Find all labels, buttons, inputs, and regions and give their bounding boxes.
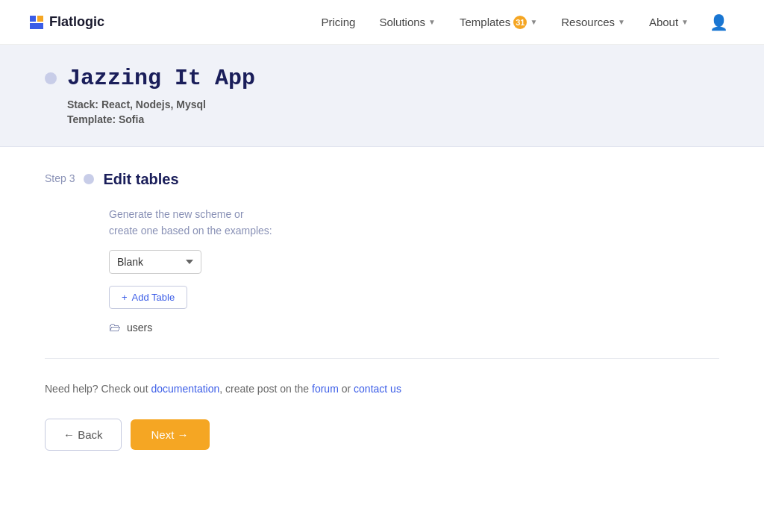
logo[interactable]: Flatlogic [30,14,104,30]
hero-dot [45,72,57,84]
contact-link[interactable]: contact us [354,383,401,395]
table-item[interactable]: 🗁 users [109,321,719,334]
nav-about[interactable]: About ▼ [640,11,698,33]
footer-buttons: ← Back Next → [45,419,719,451]
nav-templates[interactable]: Templates 31 ▼ [451,11,546,34]
templates-chevron-icon: ▼ [530,18,537,26]
documentation-link[interactable]: documentation [151,383,219,395]
step-header: Step 3 Edit tables [45,171,719,188]
main-content: Step 3 Edit tables Generate the new sche… [0,147,764,475]
step-description: Generate the new scheme or create one ba… [109,206,719,240]
nav-pricing[interactable]: Pricing [313,11,365,33]
folder-icon: 🗁 [109,321,121,334]
logo-icon [30,16,43,29]
divider [45,358,719,359]
help-text: Need help? Check out documentation, crea… [45,383,719,395]
step-dot [84,174,94,184]
hero-meta: Stack: React, Nodejs, Mysql Template: So… [45,98,719,125]
hero-banner: Jazzing It App Stack: React, Nodejs, Mys… [0,45,764,147]
step-label: Step 3 [45,171,75,184]
plus-icon: + [122,292,128,303]
next-button[interactable]: Next → [131,419,210,450]
template-info: Template: Sofia [67,113,719,125]
resources-chevron-icon: ▼ [618,18,625,26]
scheme-select[interactable]: Blank E-commerce Blog CRM [109,250,201,274]
back-button[interactable]: ← Back [45,419,122,451]
step-body: Generate the new scheme or create one ba… [109,206,719,334]
app-title: Jazzing It App [67,66,255,91]
templates-badge: 31 [513,16,527,29]
user-icon[interactable]: 👤 [704,10,734,34]
nav-links: Pricing Solutions ▼ Templates 31 ▼ Resou… [313,10,734,34]
forum-link[interactable]: forum [312,383,339,395]
nav-resources[interactable]: Resources ▼ [552,11,634,33]
navbar: Flatlogic Pricing Solutions ▼ Templates … [0,0,764,45]
step-title: Edit tables [103,171,178,188]
table-name: users [127,322,152,334]
stack-info: Stack: React, Nodejs, Mysql [67,98,719,110]
nav-solutions[interactable]: Solutions ▼ [370,11,445,33]
solutions-chevron-icon: ▼ [428,18,436,26]
add-table-button[interactable]: + Add Table [109,286,187,309]
logo-text: Flatlogic [49,14,104,30]
about-chevron-icon: ▼ [681,18,689,26]
